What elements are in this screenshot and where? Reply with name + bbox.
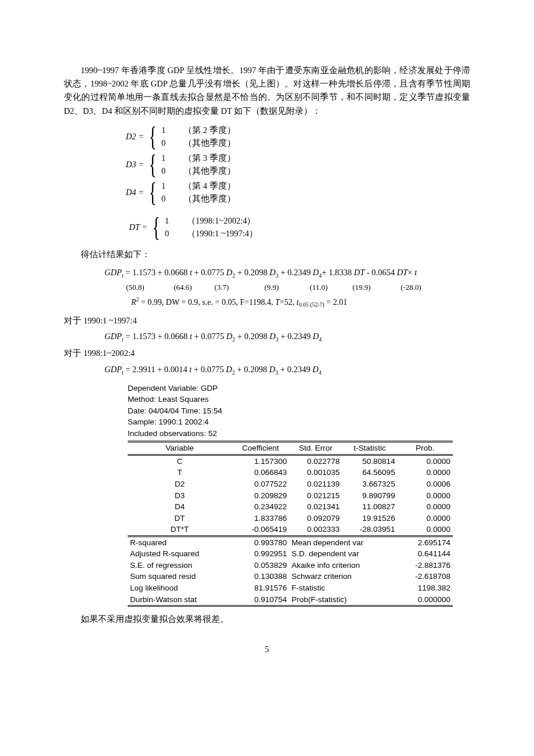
output-header-line: Sample: 1990:1 2002:4 [128, 417, 453, 427]
cell: 0.0000 [398, 490, 453, 502]
def-dt: DT = { 1（1998:1~2002:4） 0（1990:1 ~1997:4… [122, 214, 470, 241]
def-d4-var: D4 = [122, 186, 144, 199]
d4-c1-lbl: （第 4 季度） [183, 181, 236, 190]
eq1-stats: R2 = 0.99, DW = 0.9, s.e. = 0.05, F=1198… [131, 295, 470, 309]
result-intro: 得估计结果如下： [64, 248, 470, 261]
col-header: Coefficient [232, 442, 289, 455]
cell: 0.130388 [232, 571, 289, 582]
output-header-line: Date: 04/04/04 Time: 15:54 [128, 406, 453, 416]
eviews-output: Dependent Variable: GDPMethod: Least Squ… [128, 383, 453, 607]
cell: 0.077522 [232, 478, 289, 490]
tstat-value: (19.9) [338, 282, 385, 294]
cell: 0.021139 [289, 478, 342, 490]
d2-c2-lbl: （其他季度） [183, 138, 236, 147]
d3-c1-val: 1 [161, 152, 174, 165]
dt-c1-lbl: （1998:1~2002:4） [187, 216, 255, 225]
cell: D4 [128, 501, 232, 513]
tstat-value: (9.9) [244, 282, 300, 294]
period2-line: 对于 1998:1~2002:4 [64, 347, 470, 360]
cell: -2.881376 [398, 560, 453, 571]
cell: S.D. dependent var [289, 548, 397, 560]
cell: 0.002333 [289, 524, 342, 536]
cell: 3.667325 [342, 478, 397, 490]
eq1-tstats: (50.8)(64.6)(3.7)(9.9)(11.0)(19.9)(-28.0… [104, 282, 470, 294]
d3-c1-lbl: （第 3 季度） [183, 153, 236, 163]
cell: D2 [128, 478, 232, 490]
table-row: Sum squared resid0.130388Schwarz criteri… [128, 571, 453, 582]
cell: 19.91526 [342, 513, 397, 524]
table-row: DT*T-0.0654190.002333-28.039510.0000 [128, 524, 453, 536]
table-row: T0.0668430.00103564.560950.0000 [128, 467, 453, 478]
brace-icon: { [149, 179, 156, 206]
tstat-value: (-28.0) [385, 282, 436, 294]
intro-paragraph: 1990~1997 年香港季度 GDP 呈线性增长。1997 年由于遭受东南亚金… [64, 64, 470, 118]
d4-c2-lbl: （其他季度） [183, 194, 236, 203]
cell: Mean dependent var [289, 536, 397, 548]
table-row: C1.1573000.02277850.808140.0000 [128, 455, 453, 467]
brace-icon: { [152, 214, 160, 241]
cell: 0.209829 [232, 490, 289, 502]
cell: 0.0000 [398, 524, 453, 536]
d2-c1-val: 1 [161, 124, 174, 137]
cell: 0.0006 [398, 478, 453, 490]
cell: R-squared [128, 536, 232, 548]
table-row: DT1.8337860.09207919.915260.0000 [128, 513, 453, 524]
eq3: GDPt = 2.9911 + 0.0014 t + 0.0775 D2 + 0… [104, 363, 470, 377]
d3-c2-lbl: （其他季度） [183, 166, 236, 175]
dt-c1-val: 1 [165, 215, 178, 228]
cell: T [128, 467, 232, 478]
bottom-note: 如果不采用虚拟变量拟合效果将很差。 [64, 613, 470, 626]
cell: 0.066843 [232, 467, 289, 478]
cell: Log likelihood [128, 582, 232, 594]
d4-c2-val: 0 [161, 193, 174, 206]
def-d2-var: D2 = [122, 130, 144, 143]
def-dt-var: DT = [122, 221, 147, 234]
table-row: Log likelihood81.91576F-statistic1198.38… [128, 582, 453, 594]
cell: Prob(F-statistic) [289, 594, 397, 606]
cell: 0.992951 [232, 548, 289, 560]
tstat-value: (3.7) [200, 282, 244, 294]
cell: 0.021341 [289, 501, 342, 513]
table-row: Adjusted R-squared0.992951S.D. dependent… [128, 548, 453, 560]
cell: Schwarz criterion [289, 571, 397, 582]
table-row: S.E. of regression0.053829Akaike info cr… [128, 560, 453, 571]
cell: 1198.382 [398, 582, 453, 594]
cell: -28.03951 [342, 524, 397, 536]
def-d3: D3 = { 1（第 3 季度） 0（其他季度） [122, 152, 470, 178]
period1-line: 对于 1990:1 ~1997:4 [64, 314, 470, 327]
cell: 9.890799 [342, 490, 397, 502]
cell: 0.092079 [289, 513, 342, 524]
col-header: t-Statistic [342, 442, 397, 455]
cell: Durbin-Watson stat [128, 594, 232, 606]
dt-c2-val: 0 [165, 228, 178, 240]
output-header: Dependent Variable: GDPMethod: Least Squ… [128, 383, 453, 439]
cell: 1.157300 [232, 455, 289, 467]
brace-icon: { [149, 152, 156, 178]
cell: 0.021215 [289, 490, 342, 502]
cell: 0.000000 [398, 594, 453, 606]
table-row: Durbin-Watson stat0.910754Prob(F-statist… [128, 594, 453, 606]
cell: 0.022778 [289, 455, 342, 467]
cell: 1.833786 [232, 513, 289, 524]
d4-c1-val: 1 [161, 180, 174, 193]
tstat-value: (11.0) [300, 282, 338, 294]
page-number: 5 [64, 643, 470, 656]
cell: S.E. of regression [128, 560, 232, 571]
dt-c2-lbl: （1990:1 ~1997:4） [187, 229, 258, 238]
col-header: Variable [128, 442, 232, 455]
cell: F-statistic [289, 582, 397, 594]
cell: 81.91576 [232, 582, 289, 594]
eq1-expression: GDPt = 1.1573 + 0.0668 t + 0.0775 D2 + 0… [104, 266, 470, 280]
col-header: Std. Error [289, 442, 342, 455]
table-row: D30.2098290.0212159.8907990.0000 [128, 490, 453, 502]
cell: D3 [128, 490, 232, 502]
def-d4: D4 = { 1（第 4 季度） 0（其他季度） [122, 179, 470, 206]
d2-c2-val: 0 [161, 137, 174, 150]
cell: Adjusted R-squared [128, 548, 232, 560]
cell: 64.56095 [342, 467, 397, 478]
cell: Akaike info criterion [289, 560, 397, 571]
coef-table: VariableCoefficientStd. Errort-Statistic… [128, 441, 453, 607]
cell: 0.001035 [289, 467, 342, 478]
def-d2: D2 = { 1（第 2 季度） 0（其他季度） [122, 124, 470, 150]
cell: 0.0000 [398, 513, 453, 524]
